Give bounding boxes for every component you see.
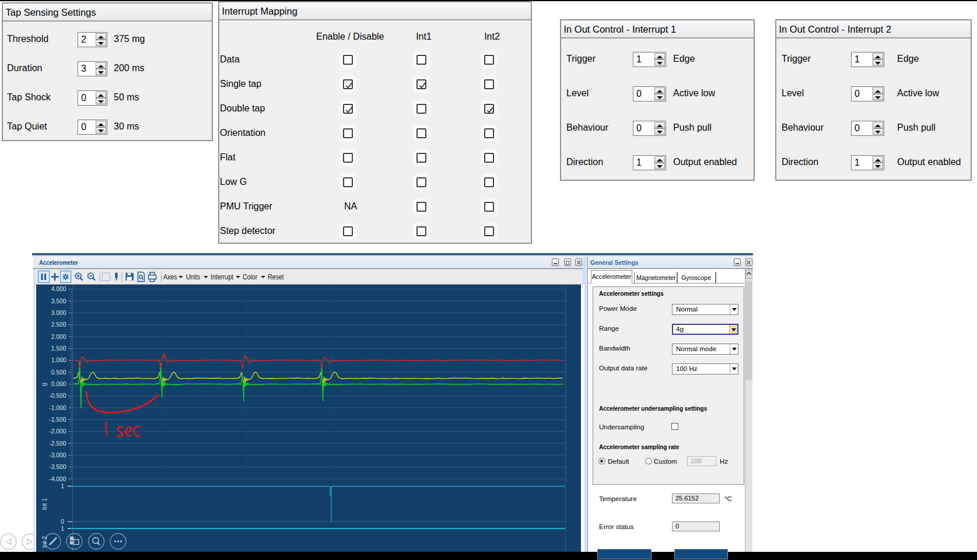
svg-text:2.000: 2.000: [51, 334, 66, 340]
svg-text:0.000: 0.000: [51, 381, 66, 387]
svg-text:-2.500: -2.500: [49, 440, 66, 447]
svg-text:1.500: 1.500: [51, 345, 66, 352]
svg-text:3.000: 3.000: [51, 310, 66, 316]
svg-text:-4.000: -4.000: [49, 476, 66, 482]
svg-text:-3.000: -3.000: [49, 452, 66, 459]
svg-text:2.500: 2.500: [51, 321, 66, 328]
svg-text:0.500: 0.500: [51, 369, 66, 376]
svg-text:1: 1: [61, 483, 64, 489]
svg-text:3.500: 3.500: [51, 298, 66, 304]
svg-text:-1.000: -1.000: [49, 405, 66, 411]
svg-text:g: g: [40, 383, 47, 386]
svg-text:-2.000: -2.000: [49, 428, 66, 435]
svg-text:0: 0: [61, 519, 64, 525]
svg-text:Int 1: Int 1: [41, 498, 48, 510]
svg-text:4.000: 4.000: [51, 286, 66, 292]
svg-text:1: 1: [61, 526, 64, 532]
svg-text:-1.500: -1.500: [49, 416, 66, 423]
svg-text:-0.500: -0.500: [49, 393, 66, 399]
svg-text:-3.500: -3.500: [49, 464, 66, 470]
svg-text:1.000: 1.000: [51, 357, 66, 363]
